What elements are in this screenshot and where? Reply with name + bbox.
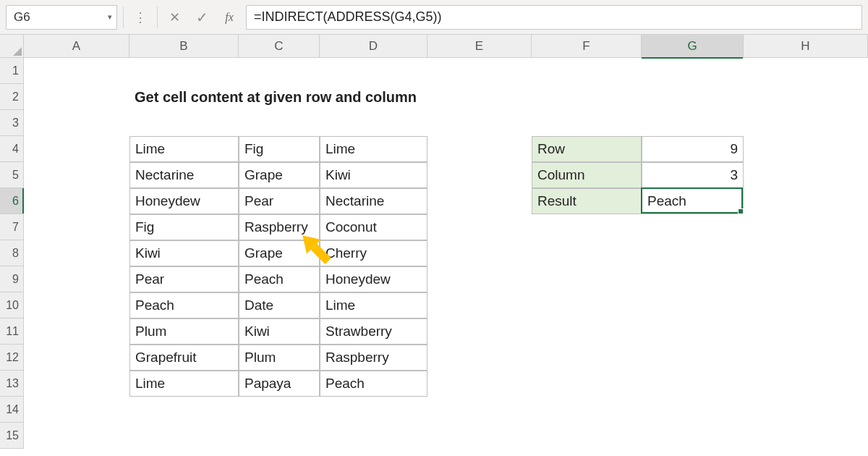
formula-input[interactable]: =INDIRECT(ADDRESS(G4,G5)) — [246, 5, 862, 30]
enter-icon[interactable]: ✓ — [191, 7, 213, 28]
data-cell[interactable]: Fig — [239, 136, 320, 162]
row-header-6[interactable]: 6 — [0, 188, 23, 214]
row-header-8[interactable]: 8 — [0, 240, 23, 266]
formula-bar: G6 ▾ ⋮ ✕ ✓ fx =INDIRECT(ADDRESS(G4,G5)) — [0, 0, 868, 35]
data-cell[interactable]: Raspberry — [320, 345, 427, 371]
data-cell[interactable]: Papaya — [239, 371, 320, 397]
data-cell[interactable]: Strawberry — [320, 318, 427, 345]
divider — [123, 7, 124, 28]
column-header-H[interactable]: H — [744, 35, 868, 58]
data-cell[interactable]: Plum — [239, 345, 320, 371]
row-header-13[interactable]: 13 — [0, 371, 23, 397]
data-cell[interactable]: Pear — [129, 266, 239, 292]
row-header-9[interactable]: 9 — [0, 266, 23, 292]
data-cell[interactable]: Honeydew — [129, 188, 239, 214]
worksheet: ABCDEFGH 123456789101112131415 Get cell … — [0, 35, 868, 456]
value-row[interactable]: 9 — [642, 136, 744, 162]
column-header-D[interactable]: D — [320, 35, 427, 58]
row-header-7[interactable]: 7 — [0, 214, 23, 240]
data-cell[interactable]: Peach — [239, 266, 320, 292]
data-cell[interactable]: Lime — [320, 136, 427, 162]
row-header-3[interactable]: 3 — [0, 110, 23, 136]
data-cell[interactable]: Coconut — [320, 214, 427, 240]
name-box-value: G6 — [14, 10, 30, 25]
data-cell[interactable]: Lime — [129, 371, 239, 397]
data-cell[interactable]: Plum — [129, 318, 239, 345]
column-header-C[interactable]: C — [239, 35, 320, 58]
column-headers: ABCDEFGH — [24, 35, 868, 58]
row-header-5[interactable]: 5 — [0, 162, 23, 188]
data-cell[interactable]: Grapefruit — [129, 345, 239, 371]
value-column[interactable]: 3 — [642, 162, 744, 188]
data-cell[interactable]: Raspberry — [239, 214, 320, 240]
select-all-corner[interactable] — [0, 35, 24, 58]
data-cell[interactable]: Pear — [239, 188, 320, 214]
label-column[interactable]: Column — [532, 162, 642, 188]
data-cell[interactable]: Fig — [129, 214, 239, 240]
dropdown-icon[interactable]: ▾ — [108, 12, 112, 22]
row-header-15[interactable]: 15 — [0, 423, 23, 449]
data-cell[interactable]: Nectarine — [129, 162, 239, 188]
page-title[interactable]: Get cell content at given row and column — [129, 84, 532, 110]
column-header-G[interactable]: G — [642, 35, 744, 58]
row-header-4[interactable]: 4 — [0, 136, 23, 162]
label-row[interactable]: Row — [532, 136, 642, 162]
data-cell[interactable]: Peach — [320, 371, 427, 397]
column-header-E[interactable]: E — [427, 35, 532, 58]
data-cell[interactable]: Peach — [129, 292, 239, 318]
name-box[interactable]: G6 ▾ — [6, 5, 117, 30]
row-header-10[interactable]: 10 — [0, 292, 23, 318]
data-cell[interactable]: Grape — [239, 240, 320, 266]
data-cell[interactable]: Lime — [129, 136, 239, 162]
value-result[interactable]: Peach — [642, 188, 744, 214]
label-result[interactable]: Result — [532, 188, 642, 214]
more-icon[interactable]: ⋮ — [129, 7, 151, 28]
row-header-14[interactable]: 14 — [0, 397, 23, 423]
column-header-B[interactable]: B — [129, 35, 239, 58]
formula-text: =INDIRECT(ADDRESS(G4,G5)) — [254, 9, 442, 25]
row-header-12[interactable]: 12 — [0, 345, 23, 371]
row-header-11[interactable]: 11 — [0, 318, 23, 345]
data-cell[interactable]: Nectarine — [320, 188, 427, 214]
row-headers: 123456789101112131415 — [0, 58, 24, 449]
cancel-icon[interactable]: ✕ — [163, 7, 185, 28]
data-cell[interactable]: Kiwi — [320, 162, 427, 188]
divider — [157, 7, 158, 28]
column-header-A[interactable]: A — [24, 35, 129, 58]
data-cell[interactable]: Grape — [239, 162, 320, 188]
column-header-F[interactable]: F — [532, 35, 642, 58]
row-header-1[interactable]: 1 — [0, 58, 23, 84]
row-header-2[interactable]: 2 — [0, 84, 23, 110]
data-cell[interactable]: Date — [239, 292, 320, 318]
data-cell[interactable]: Lime — [320, 292, 427, 318]
data-cell[interactable]: Kiwi — [239, 318, 320, 345]
data-cell[interactable]: Honeydew — [320, 266, 427, 292]
data-cell[interactable]: Kiwi — [129, 240, 239, 266]
fx-icon[interactable]: fx — [218, 7, 240, 28]
data-cell[interactable]: Cherry — [320, 240, 427, 266]
